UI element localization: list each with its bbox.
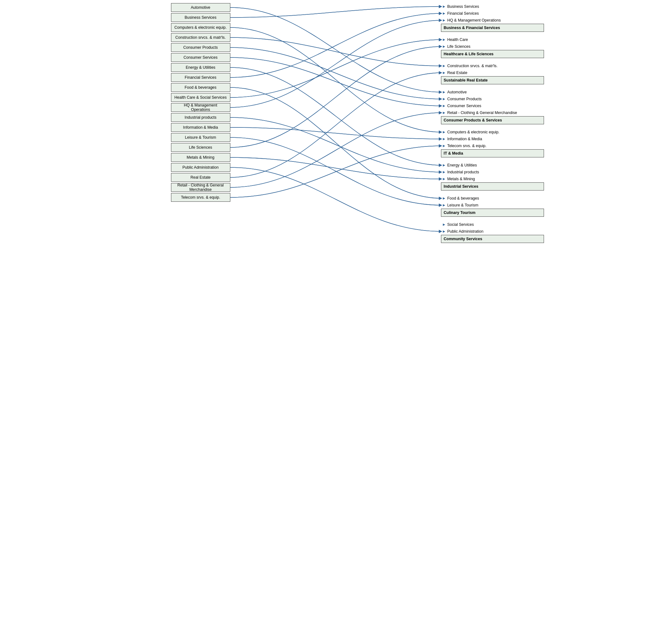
right-column: ►Business Services►Financial Services►HQ… [441,3,503,246]
left-column: AutomotiveBusiness ServicesComputers & e… [168,3,230,202]
left-item: Health Care & Social Services [171,93,230,102]
right-subitem: ►Retail - Clothing & General Merchandise [441,109,544,116]
right-subitem: ►HQ & Management Operations [441,17,544,24]
left-item: Computers & electronic equip. [171,23,230,32]
columns-layout: AutomotiveBusiness ServicesComputers & e… [168,3,503,246]
right-group: ►Construction srvcs. & matr'ls.►Real Est… [441,62,544,86]
right-subitem: ►Energy & Utilities [441,162,544,169]
left-item: Telecom srvs. & equip. [171,193,230,202]
left-item: Retail - Clothing & General Merchandise [171,183,230,192]
right-group-label: IT & Media [441,149,544,158]
left-item: HQ & Management Operations [171,103,230,112]
left-item: Automotive [171,3,230,12]
right-group-label: Business & Financial Services [441,24,544,32]
right-group: ►Health Care►Life SciencesHealthcare & L… [441,36,544,59]
left-item: Public Administration [171,163,230,172]
right-subitem: ►Financial Services [441,10,544,17]
right-subitem: ►Leisure & Tourism [441,202,544,209]
right-group-label: Healthcare & Life Sciences [441,50,544,58]
left-item: Energy & Utilities [171,63,230,72]
left-item: Business Services [171,13,230,22]
left-item: Construction srvcs. & matr'ls. [171,33,230,42]
right-subitem: ►Real Estate [441,69,544,76]
right-group: ►Computers & electronic equip.►Informati… [441,129,544,159]
right-subitem: ►Consumer Products [441,96,544,102]
left-item: Food & beverages [171,83,230,92]
right-group: ►Energy & Utilities►Industrial products►… [441,162,544,192]
right-subitem: ►Computers & electronic equip. [441,129,544,136]
right-group-label: Culinary Tourism [441,209,544,217]
right-subitem: ►Construction srvcs. & matr'ls. [441,62,544,69]
right-group-label: Industrial Services [441,182,544,190]
left-item: Metals & Mining [171,153,230,162]
right-subitem: ►Food & beverages [441,195,544,202]
left-item: Consumer Services [171,53,230,62]
right-subitem: ►Metals & Mining [441,175,544,182]
right-group: ►Social Services►Public AdministrationCo… [441,221,544,244]
right-group-label: Community Services [441,235,544,243]
left-item: Life Sciences [171,143,230,152]
right-subitem: ►Life Sciences [441,43,544,50]
right-subitem: ►Industrial products [441,169,544,175]
right-group-label: Consumer Products & Services [441,116,544,124]
left-item: Leisure & Tourism [171,133,230,142]
right-subitem: ►Public Administration [441,228,544,235]
right-subitem: ►Health Care [441,36,544,43]
left-item: Information & Media [171,123,230,132]
diagram-container: AutomotiveBusiness ServicesComputers & e… [168,3,503,246]
right-subitem: ►Consumer Services [441,102,544,109]
right-subitem: ►Business Services [441,3,544,10]
right-group: ►Automotive►Consumer Products►Consumer S… [441,89,544,126]
left-item: Real Estate [171,173,230,182]
left-item: Consumer Products [171,43,230,52]
right-subitem: ►Social Services [441,221,544,228]
right-subitem: ►Information & Media [441,136,544,143]
right-subitem: ►Telecom srvs. & equip. [441,143,544,149]
right-group: ►Food & beverages►Leisure & TourismCulin… [441,195,544,218]
left-item: Financial Services [171,73,230,82]
right-group: ►Business Services►Financial Services►HQ… [441,3,544,33]
right-subitem: ►Automotive [441,89,544,96]
right-group-label: Sustainable Real Estate [441,76,544,84]
left-item: Industrial products [171,113,230,122]
